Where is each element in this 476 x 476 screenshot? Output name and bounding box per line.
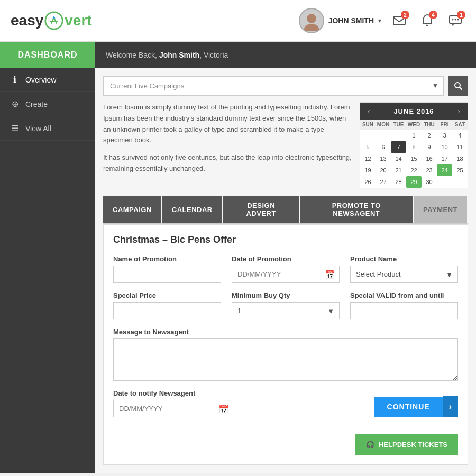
special-price-input[interactable] [113, 302, 221, 319]
calendar-cell[interactable]: 22 [406, 164, 422, 176]
calendar-day-name: TUE [391, 120, 406, 130]
calendar-cell[interactable]: 10 [437, 141, 452, 153]
calendar-cell[interactable]: 8 [406, 141, 422, 153]
svg-point-0 [45, 12, 62, 29]
form-group-special-price: Special Price [113, 291, 221, 319]
calendar-cell[interactable]: 4 [452, 130, 468, 141]
calendar-day-name: SAT [452, 120, 468, 130]
sidebar: ℹ Overview ⊕ Create ☰ View All [0, 68, 95, 473]
name-promotion-label: Name of Promotion [113, 255, 221, 263]
search-button[interactable] [448, 76, 468, 96]
special-price-label: Special Price [113, 291, 221, 299]
calendar-cell[interactable]: 29 [406, 176, 422, 188]
mail-button[interactable]: 2 [389, 11, 409, 31]
calendar-cell[interactable]: 12 [360, 153, 376, 164]
calendar-cell[interactable]: 2 [422, 130, 437, 141]
calendar-title: JUNE 2016 [393, 107, 434, 115]
tab-promote-newsagent[interactable]: PROMOTE TO NEWSAGENT [300, 196, 413, 223]
bell-button[interactable]: 4 [417, 11, 437, 31]
content: Current Live Campaigns ▼ Lorem Ipsum is … [95, 68, 476, 473]
special-valid-input[interactable] [350, 302, 458, 319]
calendar-next-button[interactable]: › [454, 106, 463, 116]
calendar-cell[interactable]: 30 [422, 176, 437, 188]
product-select-wrapper: Select Product ▼ [350, 266, 458, 283]
calendar-cell[interactable]: 18 [452, 153, 468, 164]
welcome-message: Welcome Back, John Smith, Victoria [95, 51, 228, 59]
tabs-row: CAMPAIGN CALENDAR DESIGN ADVERT PROMOTE … [103, 196, 468, 224]
calendar-cell[interactable]: 1 [406, 130, 422, 141]
calendar-cell[interactable]: 20 [376, 164, 391, 176]
calendar-cell[interactable]: 16 [422, 153, 437, 164]
notify-date-wrapper: 📅 [113, 400, 233, 417]
chat-badge: 1 [457, 11, 465, 19]
calendar-cell[interactable]: 13 [376, 153, 391, 164]
info-paragraph-1: Lorem Ipsum is simply dummy text of the … [103, 102, 352, 146]
calendar-cell[interactable]: 6 [376, 141, 391, 153]
calendar-cell[interactable]: 15 [406, 153, 422, 164]
form-group-min-qty: Minimum Buy Qty 12345 ▼ [232, 291, 340, 319]
calendar-cell[interactable]: 11 [452, 141, 468, 153]
helpdesk-button[interactable]: 🎧 HELPDESK TICKETS [355, 434, 458, 455]
continue-button[interactable]: CONTINUE [374, 397, 443, 417]
calendar-cell[interactable]: 5 [360, 141, 376, 153]
calendar-cell[interactable]: 14 [391, 153, 406, 164]
tab-calendar[interactable]: CALENDAR [162, 196, 222, 223]
sidebar-item-view-all[interactable]: ☰ View All [0, 116, 95, 141]
sidebar-item-overview[interactable]: ℹ Overview [0, 68, 95, 92]
calendar-cell[interactable]: 24 [437, 164, 452, 176]
notify-calendar-icon[interactable]: 📅 [218, 404, 229, 414]
calendar-day-name: WED [406, 120, 422, 130]
calendar-prev-button[interactable]: ‹ [364, 106, 373, 116]
svg-marker-1 [53, 16, 56, 19]
notify-date-label: Date to notify Newsagent [113, 389, 233, 397]
calendar-cell [360, 130, 376, 141]
special-valid-label: Special VALID from and until [350, 291, 458, 299]
calendar-cell[interactable]: 7 [391, 141, 406, 153]
date-promotion-input[interactable] [232, 266, 340, 283]
form-group-product: Product Name Select Product ▼ [350, 255, 458, 283]
form-row-2: Special Price Minimum Buy Qty 12345 ▼ Sp… [113, 291, 458, 319]
logo-area: easy vert [11, 11, 92, 30]
tab-payment[interactable]: PAYMENT [414, 196, 467, 223]
username-label: JOHN SMITH [328, 16, 374, 25]
campaign-select-wrapper: Current Live Campaigns ▼ [103, 76, 444, 96]
calendar-cell[interactable]: 25 [452, 164, 468, 176]
calendar-cell[interactable]: 23 [422, 164, 437, 176]
helpdesk-icon: 🎧 [366, 441, 374, 448]
sidebar-item-create[interactable]: ⊕ Create [0, 92, 95, 116]
filter-row: Current Live Campaigns ▼ [103, 76, 468, 96]
user-area[interactable]: JOHN SMITH ▾ [299, 8, 381, 33]
svg-line-10 [460, 87, 462, 89]
min-qty-select-wrapper: 12345 ▼ [232, 302, 340, 319]
continue-arrow-button[interactable]: › [443, 396, 458, 417]
svg-point-2 [307, 14, 316, 23]
calendar-cell[interactable]: 28 [391, 176, 406, 188]
calendar-day-name: MON [376, 120, 391, 130]
calendar-cell[interactable]: 3 [437, 130, 452, 141]
calendar-cell [437, 176, 452, 188]
calendar-cell[interactable]: 9 [422, 141, 437, 153]
campaign-select[interactable]: Current Live Campaigns [103, 76, 444, 96]
chat-button[interactable]: 1 [445, 11, 465, 31]
product-select[interactable]: Select Product [350, 266, 458, 283]
name-promotion-input[interactable] [113, 266, 221, 283]
message-textarea[interactable] [113, 338, 458, 381]
calendar-cell[interactable]: 17 [437, 153, 452, 164]
bell-badge: 4 [429, 11, 437, 19]
calendar-cell[interactable]: 19 [360, 164, 376, 176]
calendar-date-icon[interactable]: 📅 [325, 269, 335, 279]
tab-campaign[interactable]: CAMPAIGN [103, 196, 161, 223]
calendar-grid: 1234567891011121314151617181920212223242… [360, 130, 468, 188]
calendar-cell[interactable]: 27 [376, 176, 391, 188]
form-group-notify-date: Date to notify Newsagent 📅 [113, 389, 233, 417]
svg-point-7 [455, 19, 456, 21]
min-qty-select[interactable]: 12345 [232, 302, 340, 319]
calendar-cell[interactable]: 26 [360, 176, 376, 188]
form-group-valid: Special VALID from and until [350, 291, 458, 319]
main-layout: ℹ Overview ⊕ Create ☰ View All Current L… [0, 68, 476, 473]
sidebar-item-overview-label: Overview [25, 76, 56, 84]
calendar-cell[interactable]: 21 [391, 164, 406, 176]
header-right: JOHN SMITH ▾ 2 4 1 [299, 8, 465, 33]
notify-date-input[interactable] [113, 400, 233, 417]
tab-design-advert[interactable]: DESIGN ADVERT [223, 196, 299, 223]
